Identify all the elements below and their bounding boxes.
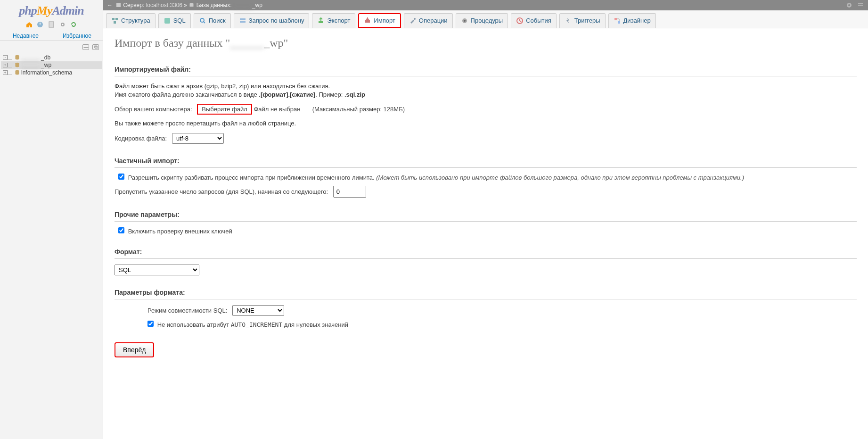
svg-point-11 xyxy=(848,4,850,6)
sidebar-tab-favorites[interactable]: Избранное xyxy=(51,31,103,41)
partial-checkbox[interactable] xyxy=(118,174,124,180)
minus-icon[interactable]: - xyxy=(3,55,8,60)
tab-triggers-label: Триггеры xyxy=(574,17,600,24)
database-icon xyxy=(14,54,20,60)
link-icon[interactable]: ⧉ xyxy=(92,44,99,50)
tab-qbx-label: Запрос по шаблону xyxy=(249,17,304,24)
tree-db1-suffix: _wp xyxy=(41,62,51,68)
collapse-all-icon[interactable]: — xyxy=(82,44,89,50)
tab-triggers[interactable]: Триггеры xyxy=(559,13,606,28)
logo[interactable]: phpMyAdmin xyxy=(0,0,103,19)
go-button[interactable]: Вперёд xyxy=(115,342,154,357)
tab-import[interactable]: Импорт xyxy=(358,13,401,28)
database-icon xyxy=(188,2,195,8)
tab-sql-label: SQL xyxy=(173,17,186,24)
tab-search[interactable]: Поиск xyxy=(194,13,231,28)
tab-events[interactable]: События xyxy=(511,13,557,28)
max-size-label: (Максимальный размер: 128МБ) xyxy=(312,106,405,113)
events-icon xyxy=(516,17,524,25)
main: ← Сервер: localhost:3306 » База данных: … xyxy=(103,0,868,439)
crumb-db-blur: ______ xyxy=(233,2,252,8)
compat-label: Режим совместимости SQL: xyxy=(147,307,227,314)
plus-icon[interactable]: + xyxy=(3,63,8,67)
tab-events-label: События xyxy=(526,17,551,24)
tab-designer-label: Дизайнер xyxy=(623,17,651,24)
svg-rect-14 xyxy=(114,21,116,24)
reload-icon[interactable] xyxy=(70,21,77,28)
file-help-1: Файл может быть сжат в архив (gzip, bzip… xyxy=(115,82,857,91)
svg-point-23 xyxy=(464,20,466,22)
collapse-icon[interactable] xyxy=(857,1,864,9)
db-tree: - _______db + _______wp + information_sc… xyxy=(0,52,103,78)
svg-rect-15 xyxy=(164,18,170,24)
back-button[interactable]: ← xyxy=(107,2,113,8)
content: Импорт в базу данных "_______wp" Импорти… xyxy=(103,28,868,366)
svg-rect-7 xyxy=(116,3,121,7)
skip-label: Пропустить указанное число запросов (для… xyxy=(115,188,328,195)
tree-db0-suffix: _db xyxy=(41,54,50,61)
triggers-icon xyxy=(565,17,572,25)
tree-item-db1[interactable]: + _______wp xyxy=(1,61,102,69)
tab-export[interactable]: Экспорт xyxy=(312,13,355,28)
page-title: Импорт в базу данных "_______wp" xyxy=(115,37,857,50)
tree-db2-name: information_schema xyxy=(21,69,72,76)
sidebar: phpMyAdmin Недавнее Избранное — ⧉ - ____… xyxy=(0,0,103,439)
svg-rect-25 xyxy=(614,18,617,20)
skip-input[interactable] xyxy=(333,186,366,198)
plus-icon[interactable]: + xyxy=(3,70,8,75)
svg-rect-12 xyxy=(112,18,115,20)
svg-rect-9 xyxy=(190,4,194,7)
section-other-header: Прочие параметры: xyxy=(115,208,857,222)
browse-label: Обзор вашего компьютера: xyxy=(115,106,192,113)
tab-structure[interactable]: Структура xyxy=(106,13,156,28)
home-icon[interactable] xyxy=(25,21,33,28)
tab-sql[interactable]: SQL xyxy=(158,13,191,28)
crumb-db-label: База данных: xyxy=(197,2,233,8)
crumb-server-link[interactable]: localhost:3306 xyxy=(146,2,182,8)
settings-icon[interactable] xyxy=(845,1,853,9)
breadcrumb-bar: ← Сервер: localhost:3306 » База данных: … xyxy=(103,0,868,10)
tab-querybyexample[interactable]: Запрос по шаблону xyxy=(234,13,310,28)
svg-rect-18 xyxy=(240,21,246,23)
svg-rect-26 xyxy=(618,21,620,24)
nav-tabs: Структура SQL Поиск Запрос по шаблону Эк… xyxy=(103,10,868,28)
fk-checkbox[interactable] xyxy=(118,227,124,233)
tab-operations[interactable]: Операции xyxy=(404,13,453,28)
tab-search-label: Поиск xyxy=(209,17,226,24)
docs-icon[interactable] xyxy=(48,21,55,28)
tree-item-db0[interactable]: - _______db xyxy=(1,54,102,61)
crumb-server-label: Сервер: xyxy=(123,2,146,8)
tab-export-label: Экспорт xyxy=(327,17,350,24)
sidebar-tab-recent[interactable]: Недавнее xyxy=(0,31,51,41)
database-icon xyxy=(14,62,20,68)
choose-file-button[interactable]: Выберите файл xyxy=(197,104,252,115)
autoincrement-label: Не использовать атрибут AUTO_INCREMENT д… xyxy=(157,321,348,328)
tree-item-db2[interactable]: + information_schema xyxy=(1,69,102,76)
tab-designer[interactable]: Дизайнер xyxy=(608,13,656,28)
operations-icon xyxy=(409,17,417,25)
charset-select[interactable]: utf-8 xyxy=(172,133,224,144)
svg-point-21 xyxy=(414,18,416,20)
section-file-header: Импортируемый файл: xyxy=(115,63,857,76)
exit-icon[interactable] xyxy=(36,21,44,28)
tab-routines-label: Процедуры xyxy=(471,17,503,24)
tree-db0-name-blur: ______ xyxy=(21,54,40,61)
database-icon xyxy=(14,69,20,75)
import-icon xyxy=(364,17,371,24)
no-file-label: Файл не выбран xyxy=(254,106,300,113)
format-select[interactable]: SQL xyxy=(115,265,199,275)
autoincrement-checkbox[interactable] xyxy=(147,321,154,327)
svg-rect-19 xyxy=(319,21,323,23)
svg-rect-13 xyxy=(115,18,118,20)
svg-point-3 xyxy=(62,24,63,25)
partial-label: Разрешить скрипту разбивать процесс импо… xyxy=(128,174,744,181)
gear-icon[interactable] xyxy=(59,21,66,28)
section-fmtopts-header: Параметры формата: xyxy=(115,286,857,299)
fk-label: Включить проверку внешних ключей xyxy=(128,228,232,235)
tab-routines[interactable]: Процедуры xyxy=(456,13,508,28)
section-format-header: Формат: xyxy=(115,245,857,259)
designer-icon xyxy=(614,17,621,25)
crumb-db-suffix: _wp xyxy=(252,2,262,8)
search-icon xyxy=(199,17,206,25)
compat-select[interactable]: NONE xyxy=(232,305,284,316)
